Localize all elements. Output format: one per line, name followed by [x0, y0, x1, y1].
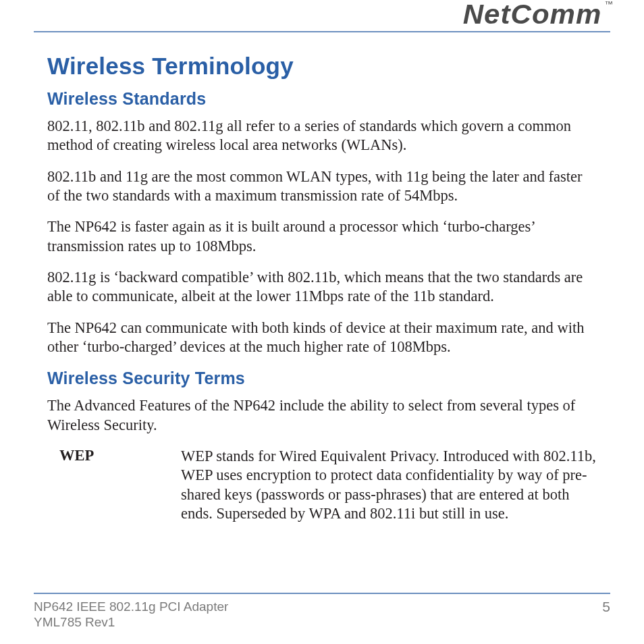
term-desc-wep: WEP stands for Wired Equivalent Privacy.…: [181, 447, 597, 523]
standards-paragraph-1: 802.11, 802.11b and 802.11g all refer to…: [47, 117, 597, 155]
section-heading-standards: Wireless Standards: [47, 89, 597, 109]
brand-logo: NetComm™: [463, 0, 614, 30]
footer: NP642 IEEE 802.11g PCI Adapter YML785 Re…: [34, 599, 610, 631]
document-page: NetComm™ Wireless Terminology Wireless S…: [0, 0, 644, 644]
brand-name: NetComm: [463, 0, 602, 29]
standards-paragraph-5: The NP642 can communicate with both kind…: [47, 319, 597, 357]
content-area: Wireless Terminology Wireless Standards …: [34, 32, 610, 524]
term-label-wep: WEP: [59, 447, 181, 523]
standards-paragraph-2: 802.11b and 11g are the most common WLAN…: [47, 167, 597, 206]
security-intro: The Advanced Features of the NP642 inclu…: [47, 396, 597, 435]
section-heading-security: Wireless Security Terms: [47, 369, 597, 388]
standards-paragraph-3: The NP642 is faster again as it is built…: [47, 217, 597, 256]
page-title: Wireless Terminology: [47, 53, 597, 80]
footer-product: NP642 IEEE 802.11g PCI Adapter: [34, 599, 228, 615]
footer-divider: [34, 593, 610, 594]
trademark-symbol: ™: [605, 0, 614, 9]
term-row-wep: WEP WEP stands for Wired Equivalent Priv…: [47, 447, 597, 523]
footer-page-number: 5: [602, 599, 610, 615]
footer-left: NP642 IEEE 802.11g PCI Adapter YML785 Re…: [34, 599, 228, 631]
brand-row: NetComm™: [34, 0, 610, 30]
standards-paragraph-4: 802.11g is ‘backward compatible’ with 80…: [47, 268, 597, 306]
footer-docrev: YML785 Rev1: [34, 614, 228, 630]
